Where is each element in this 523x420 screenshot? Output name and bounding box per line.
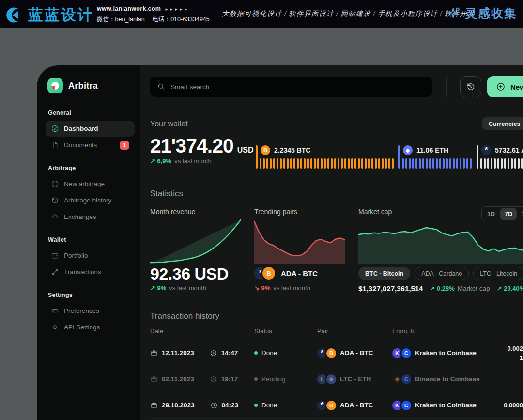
tx-status: Done bbox=[262, 349, 277, 357]
month-revenue-value: 92.36 USD bbox=[150, 264, 229, 283]
volume-change: ↗ 29.40% bbox=[497, 285, 523, 292]
clock-icon bbox=[210, 349, 217, 357]
column-header-from-to: From, to bbox=[392, 327, 415, 335]
history-icon bbox=[466, 82, 476, 92]
history-button[interactable] bbox=[460, 76, 481, 97]
clock-icon bbox=[210, 402, 218, 409]
trending-pair: *B ADA - BTC bbox=[254, 267, 318, 280]
plus-circle-icon bbox=[496, 82, 506, 92]
nav-section-label: Wallet bbox=[48, 236, 133, 243]
wallet-change-pct: ↗ 6,9% bbox=[150, 157, 171, 165]
banner-contact-line: 微信：ben_lanlan 电话：010-63334945 bbox=[97, 15, 210, 24]
wallet-tab-currencies[interactable]: Currencies bbox=[482, 117, 523, 130]
wallet-tab-exchanges[interactable]: Exchanges bbox=[520, 117, 523, 130]
transaction-row[interactable]: 12.11.202314:47Done*BADA - BTCKCKraken t… bbox=[150, 340, 523, 366]
holding-amount: 5732.61 ADA bbox=[495, 146, 523, 154]
sparkle-star-icon bbox=[446, 6, 461, 21]
main-content: New arbitrage Your wallet CurrenciesExch… bbox=[150, 65, 523, 420]
tx-date: 02.11.2023 bbox=[162, 375, 194, 383]
banner-contact: www.lanlanwork.com►►►►► 微信：ben_lanlan 电话… bbox=[97, 4, 210, 24]
sidebar-item-exchanges[interactable]: Exchanges bbox=[46, 209, 135, 225]
range-option-1d[interactable]: 1D bbox=[483, 208, 499, 220]
holding-amount: 2.2345 BTC bbox=[274, 146, 310, 154]
month-revenue-chart bbox=[150, 219, 241, 264]
tx-time: 19:17 bbox=[221, 375, 238, 383]
documents-badge: 1 bbox=[120, 141, 129, 150]
transaction-history-title: Transaction history bbox=[150, 311, 219, 321]
banner-services: 大数据可视化设计 / 软件界面设计 / 网站建设 / 手机及小程序设计 / 软件… bbox=[222, 9, 475, 18]
coinbase-coin-icon: C bbox=[401, 401, 411, 410]
tx-date: 29.10.2023 bbox=[162, 402, 195, 409]
trending-change: ↘ 9% vs last month bbox=[254, 284, 310, 292]
transaction-row[interactable]: 29.10.202304:23Done*BADA - BTCKCKraken t… bbox=[150, 392, 523, 419]
sidebar-item-label: Exchanges bbox=[64, 213, 96, 220]
column-header-date: Date bbox=[150, 327, 163, 335]
market-cap-tags: BTC - BitcoinADA - CardanoLTC - Litecoin… bbox=[358, 267, 523, 280]
transaction-row[interactable]: 02.11.202319:17PendingŁ◆LTC - ETH◆CBinan… bbox=[150, 366, 523, 392]
dashboard-icon bbox=[51, 124, 59, 133]
banner-url: www.lanlanwork.com bbox=[97, 5, 161, 12]
sidebar: Arbitra GeneralDashboardDocuments1Arbitr… bbox=[37, 65, 140, 420]
holding-bars bbox=[402, 158, 472, 169]
section-divider bbox=[150, 182, 523, 182]
sidebar-item-dashboard[interactable]: Dashboard bbox=[46, 121, 135, 137]
btc-coin-icon: B bbox=[326, 348, 336, 358]
holding-bars bbox=[480, 158, 523, 169]
eth-coin-icon: ◆ bbox=[326, 374, 336, 384]
sidebar-item-portfolio[interactable]: Portfolio bbox=[46, 248, 135, 264]
eth-coin-icon: ◆ bbox=[403, 145, 413, 155]
sidebar-item-documents[interactable]: Documents1 bbox=[46, 137, 135, 153]
tag-btc[interactable]: BTC - Bitcoin bbox=[358, 267, 410, 280]
nav-section-label: Settings bbox=[48, 292, 133, 298]
range-option-7d[interactable]: 7D bbox=[500, 208, 517, 220]
sidebar-item-arbitrage-history[interactable]: Arbitrage history bbox=[46, 192, 135, 208]
market-cap-label: Market cap bbox=[358, 208, 392, 216]
new-arbitrage-button[interactable]: New arbitrage bbox=[487, 76, 523, 97]
transaction-table: 12.11.202314:47Done*BADA - BTCKCKraken t… bbox=[150, 340, 523, 419]
sidebar-item-label: Arbitrage history bbox=[64, 197, 111, 204]
kraken-coin-icon: K bbox=[392, 348, 402, 358]
topbar-divider bbox=[446, 77, 447, 97]
ada-coin-icon: * bbox=[481, 145, 491, 155]
coinbase-coin-icon: C bbox=[401, 348, 411, 358]
wallet-icon bbox=[51, 251, 59, 260]
sidebar-item-new-arbitrage[interactable]: New arbitrage bbox=[46, 176, 135, 192]
sidebar-item-label: Documents bbox=[64, 141, 97, 149]
search-input[interactable] bbox=[150, 77, 432, 97]
calendar-icon bbox=[150, 375, 158, 383]
trending-pair-label: ADA - BTC bbox=[281, 269, 318, 278]
sidebar-item-label: Portfolio bbox=[64, 252, 88, 259]
wallet-change: ↗ 6,9% vs last month bbox=[150, 157, 212, 165]
search-icon bbox=[157, 82, 165, 91]
sidebar-item-label: New arbitrage bbox=[64, 180, 105, 187]
market-cap-stats: $1,327,027,361,514 ↗ 0.28% Market cap ↗ … bbox=[358, 284, 523, 293]
month-revenue-change-suffix: vs last month bbox=[169, 284, 206, 292]
coinbase-coin-icon: C bbox=[401, 374, 411, 384]
month-revenue-change: ↗ 9% vs last month bbox=[150, 284, 206, 292]
trending-pairs-chart bbox=[254, 219, 345, 264]
status-dot bbox=[254, 351, 258, 355]
sidebar-item-label: Transactions bbox=[64, 268, 101, 276]
calendar-icon bbox=[150, 402, 158, 409]
banner-collect[interactable]: 灵感收集 bbox=[446, 5, 517, 21]
section-divider bbox=[150, 303, 523, 303]
new-arbitrage-label: New arbitrage bbox=[510, 83, 523, 91]
month-revenue-label: Month revenue bbox=[150, 208, 195, 216]
sidebar-item-transactions[interactable]: Transactions bbox=[46, 264, 135, 280]
wallet-title: Your wallet bbox=[150, 120, 188, 128]
btc-coin-icon: B bbox=[262, 267, 275, 280]
section-divider bbox=[150, 103, 523, 103]
ada-coin-icon: * bbox=[317, 348, 327, 358]
trending-change-pct: ↘ 9% bbox=[254, 284, 270, 292]
sidebar-item-preferences[interactable]: Preferences bbox=[46, 303, 135, 319]
sidebar-item-api-settings[interactable]: API Settings bbox=[46, 319, 135, 335]
tag-ada[interactable]: ADA - Cardano bbox=[415, 267, 469, 280]
tx-pair: ADA - BTC bbox=[340, 349, 373, 357]
toggle-icon bbox=[51, 307, 59, 315]
range-option-1m[interactable]: 1M bbox=[518, 208, 523, 220]
history-icon bbox=[51, 196, 59, 204]
tx-amount: 0.0000 bbox=[450, 392, 523, 418]
plus-circle-icon bbox=[51, 180, 59, 188]
wallet-total: 21'374.20 USD bbox=[150, 135, 254, 157]
tag-ltc[interactable]: LTC - Litecoin bbox=[473, 267, 523, 280]
